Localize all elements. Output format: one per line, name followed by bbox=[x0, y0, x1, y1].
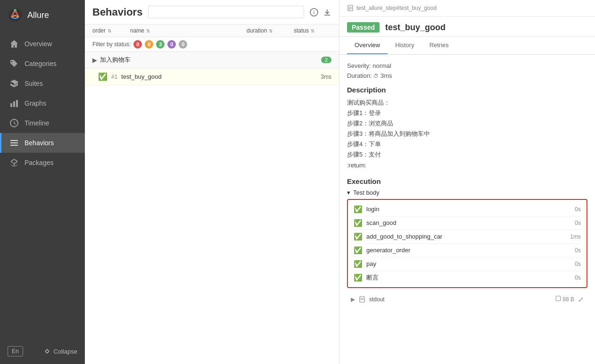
chevron-down-icon: ▾ bbox=[347, 189, 350, 196]
severity-row: Severity: normal bbox=[347, 62, 587, 69]
nav: Overview Categories Suites Graphs Timeli… bbox=[0, 30, 85, 339]
behaviors-search-input[interactable] bbox=[148, 6, 304, 18]
sidebar-item-timeline[interactable]: Timeline bbox=[0, 113, 85, 133]
sidebar-item-behaviors[interactable]: Behaviors bbox=[0, 133, 85, 153]
filter-badge-purple[interactable]: 0 bbox=[167, 40, 176, 49]
step-name-generator-order: generator_order bbox=[366, 247, 575, 254]
group-count: 2 bbox=[321, 57, 331, 63]
collapse-label: Collapse bbox=[53, 348, 77, 355]
sidebar-footer: En Collapse bbox=[0, 339, 85, 364]
tab-overview[interactable]: Overview bbox=[347, 37, 388, 54]
step-name-pay: pay bbox=[366, 260, 575, 267]
step-row-login: ✅ login 0s bbox=[354, 203, 581, 216]
col-status-header[interactable]: status ⇅ bbox=[294, 27, 331, 34]
language-button[interactable]: En bbox=[8, 346, 23, 356]
col-duration-header[interactable]: duration ⇅ bbox=[247, 27, 294, 34]
desc-line-0: 测试购买商品： bbox=[347, 98, 587, 108]
detail-tabs: Overview History Retries bbox=[339, 37, 595, 55]
logo-text: Allure bbox=[27, 10, 49, 20]
detail-breadcrumb: test_allure_step#test_buy_good bbox=[339, 0, 595, 17]
sidebar-item-suites[interactable]: Suites bbox=[0, 74, 85, 93]
test-name: test_buy_good bbox=[121, 73, 303, 80]
col-order-header[interactable]: order ⇅ bbox=[92, 27, 130, 34]
sidebar-item-categories[interactable]: Categories bbox=[0, 54, 85, 74]
step-duration-pay: 0s bbox=[575, 261, 581, 267]
status-sort-icon: ⇅ bbox=[311, 28, 314, 33]
sidebar-item-overview-label: Overview bbox=[25, 40, 52, 48]
sidebar-item-behaviors-label: Behaviors bbox=[25, 139, 54, 147]
step-duration-add-to-cart: 1ms bbox=[570, 233, 581, 240]
table-content: ▶ 加入购物车 2 ✅ #1 test_buy_good 3ms bbox=[85, 52, 339, 364]
passed-badge: Passed bbox=[347, 22, 380, 33]
home-icon bbox=[9, 39, 19, 49]
steps-container: ✅ login 0s ✅ scan_good 0s ✅ add_good_to_… bbox=[347, 199, 587, 288]
table-row[interactable]: ✅ #1 test_buy_good 3ms bbox=[85, 68, 339, 85]
step-row-scan-good: ✅ scan_good 0s bbox=[354, 216, 581, 230]
test-order: #1 bbox=[111, 74, 117, 80]
layers-icon bbox=[9, 79, 19, 88]
filter-badge-green[interactable]: 3 bbox=[156, 40, 165, 49]
step-name-login: login bbox=[366, 206, 575, 213]
tag-icon bbox=[9, 59, 19, 68]
desc-line-6: :return: bbox=[347, 160, 587, 171]
desc-line-4: 步骤4：下单 bbox=[347, 139, 587, 149]
step-row-assert: ✅ 断言 0s bbox=[354, 271, 581, 284]
filter-badge-orange[interactable]: 0 bbox=[145, 40, 153, 49]
col-name-header[interactable]: name ⇅ bbox=[130, 27, 247, 34]
step-duration-scan-good: 0s bbox=[575, 220, 581, 226]
duration-row: Duration: ⏱ 3ms bbox=[347, 72, 587, 79]
clock-icon: ⏱ bbox=[373, 73, 379, 79]
svg-point-1 bbox=[14, 9, 17, 12]
sidebar-item-packages[interactable]: Packages bbox=[0, 153, 85, 173]
test-body-header[interactable]: ▾ Test body bbox=[347, 189, 587, 196]
step-passed-icon-6: ✅ bbox=[354, 273, 363, 282]
filter-row: Filter by status: 0 0 3 0 0 bbox=[85, 37, 339, 52]
test-status-passed-icon: ✅ bbox=[98, 72, 107, 81]
list-icon bbox=[9, 138, 19, 148]
logo: Allure bbox=[0, 0, 85, 30]
file-text-icon bbox=[359, 296, 365, 303]
behaviors-title: Behaviors bbox=[92, 6, 142, 18]
filter-badge-red[interactable]: 0 bbox=[133, 40, 142, 49]
desc-line-3: 步骤3：将商品加入到购物车中 bbox=[347, 129, 587, 139]
sidebar-item-categories-label: Categories bbox=[25, 60, 57, 67]
behaviors-panel: Behaviors i order ⇅ name ⇅ duration bbox=[85, 0, 339, 364]
step-passed-icon-2: ✅ bbox=[354, 219, 363, 227]
desc-line-2: 步骤2：浏览商品 bbox=[347, 118, 587, 129]
group-name: 加入购物车 bbox=[100, 56, 131, 64]
filter-label: Filter by status: bbox=[92, 41, 131, 48]
timeline-clock-icon bbox=[9, 118, 19, 128]
detail-test-name: test_buy_good bbox=[385, 23, 446, 33]
info-icon[interactable]: i bbox=[310, 8, 318, 17]
stdout-row[interactable]: ▶ stdout 98 B ⤢ bbox=[347, 293, 587, 306]
svg-rect-6 bbox=[10, 140, 18, 141]
step-row-generator-order: ✅ generator_order 0s bbox=[354, 244, 581, 257]
tab-history[interactable]: History bbox=[388, 37, 421, 54]
behaviors-header: Behaviors i bbox=[85, 0, 339, 25]
step-row-pay: ✅ pay 0s bbox=[354, 257, 581, 271]
content-area: Behaviors i order ⇅ name ⇅ duration bbox=[85, 0, 595, 364]
stdout-expand-icon: ▶ bbox=[351, 296, 355, 303]
file-icon bbox=[347, 5, 354, 11]
test-body-label: Test body bbox=[353, 189, 380, 196]
stdout-label: stdout bbox=[369, 296, 385, 303]
sidebar-item-packages-label: Packages bbox=[25, 159, 53, 166]
stdout-fullscreen-icon[interactable]: ⤢ bbox=[578, 296, 584, 303]
filter-badge-gray[interactable]: 0 bbox=[179, 40, 187, 49]
step-name-assert: 断言 bbox=[366, 273, 575, 282]
table-header: order ⇅ name ⇅ duration ⇅ status ⇅ bbox=[85, 25, 339, 37]
download-icon[interactable] bbox=[323, 8, 331, 17]
step-passed-icon: ✅ bbox=[354, 205, 363, 214]
tab-retries[interactable]: Retries bbox=[422, 37, 456, 54]
sidebar-item-timeline-label: Timeline bbox=[25, 119, 49, 127]
collapse-button[interactable]: Collapse bbox=[44, 348, 77, 355]
stdout-size: 98 B bbox=[555, 296, 574, 303]
step-name-add-to-cart: add_good_to_shopping_car bbox=[366, 233, 570, 240]
sidebar: Allure Overview Categories Suites Graphs… bbox=[0, 0, 85, 364]
sidebar-item-graphs[interactable]: Graphs bbox=[0, 93, 85, 113]
svg-rect-2 bbox=[10, 103, 12, 107]
step-passed-icon-3: ✅ bbox=[354, 232, 363, 241]
step-passed-icon-4: ✅ bbox=[354, 246, 363, 255]
sidebar-item-overview[interactable]: Overview bbox=[0, 34, 85, 54]
group-row[interactable]: ▶ 加入购物车 2 bbox=[85, 52, 339, 68]
